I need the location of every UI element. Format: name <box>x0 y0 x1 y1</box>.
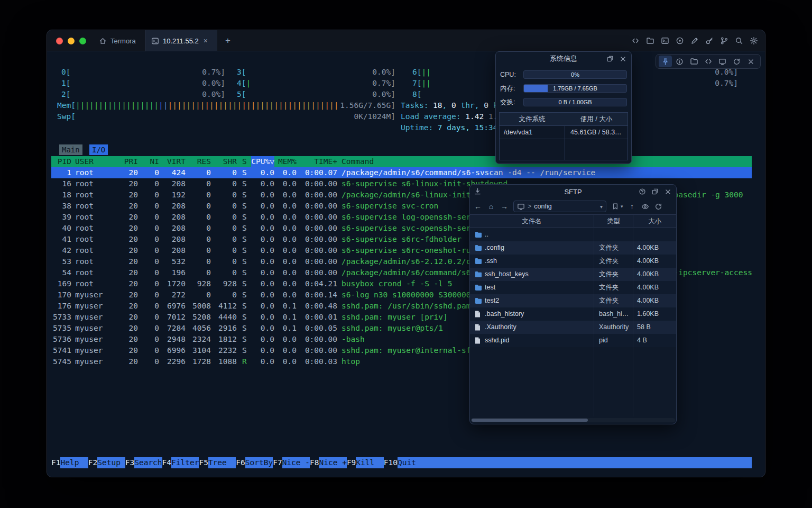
bookmark-caret-icon[interactable]: ▾ <box>621 204 623 209</box>
column-shr[interactable]: SHR <box>211 156 237 167</box>
open-in-window-icon[interactable] <box>651 188 659 195</box>
column-type[interactable]: 类型 <box>594 215 633 228</box>
file-table-header[interactable]: 文件名 类型 大小 <box>470 214 676 228</box>
cell-ni: 0 <box>140 267 159 278</box>
file-row[interactable]: .config文件夹4.00KB <box>470 241 676 255</box>
fkey-f6[interactable]: F6 <box>236 457 245 468</box>
tab-ssh-session[interactable]: 10.211.55.2 × <box>145 30 217 51</box>
info-icon[interactable] <box>673 56 686 67</box>
file-row[interactable]: .ssh文件夹4.00KB <box>470 255 676 268</box>
htop-tab-io[interactable]: I/O <box>89 144 108 155</box>
htop-tab-main[interactable]: Main <box>59 144 82 155</box>
cell-cmd: sshd.pam: myuser@pts/1 <box>342 323 443 334</box>
minimize-window-button[interactable] <box>68 38 75 44</box>
column-s[interactable]: S <box>242 156 250 167</box>
code-icon[interactable] <box>702 56 715 67</box>
tab-home[interactable]: Termora <box>94 30 141 51</box>
column-res[interactable]: RES <box>186 156 211 167</box>
new-tab-button[interactable]: + <box>222 34 234 47</box>
function-key-bar[interactable]: F1Help F2Setup F3SearchF4FilterF5Tree F6… <box>51 457 752 468</box>
parent-dir-icon[interactable]: ↑ <box>628 202 636 211</box>
close-panel-icon[interactable] <box>619 55 627 63</box>
fkey-f9[interactable]: F9 <box>347 457 356 468</box>
edit-icon[interactable] <box>690 37 699 45</box>
show-hidden-icon[interactable] <box>641 203 650 211</box>
file-row[interactable]: .bash_historybash_hi…1.60KB <box>470 307 676 321</box>
record-icon[interactable] <box>676 37 684 45</box>
horizontal-scrollbar[interactable] <box>471 418 675 422</box>
fkey-label[interactable]: Filter <box>171 457 199 468</box>
file-size: 1.60KB <box>637 307 659 321</box>
fkey-label[interactable]: SortBy <box>245 457 273 468</box>
fkey-label[interactable]: Setup <box>97 457 125 468</box>
column-time[interactable]: TIME+ <box>297 156 337 167</box>
keymap-icon[interactable] <box>720 37 728 45</box>
fkey-f10[interactable]: F10 <box>384 457 398 468</box>
cell-ni: 0 <box>140 167 159 178</box>
file-row[interactable]: .XauthorityXauthority58 B <box>470 321 676 334</box>
download-icon[interactable] <box>474 187 482 195</box>
path-selector[interactable]: > config ▾ <box>513 201 606 212</box>
folder-icon[interactable] <box>687 56 700 67</box>
fkey-label[interactable]: Quit <box>398 457 425 468</box>
cell-res: 5008 <box>186 301 211 312</box>
column-pri[interactable]: PRI <box>119 156 138 167</box>
scrollbar-thumb[interactable] <box>472 419 588 422</box>
monitor-icon[interactable] <box>716 56 729 67</box>
dropdown-caret-icon[interactable]: ▾ <box>600 204 603 210</box>
fkey-f5[interactable]: F5 <box>199 457 208 468</box>
file-type: bash_hi… <box>599 307 629 321</box>
folder-icon[interactable] <box>646 37 654 45</box>
column-mem[interactable]: MEM% <box>273 156 297 167</box>
file-row[interactable]: test文件夹4.00KB <box>470 281 676 294</box>
file-size: 4 B <box>637 334 647 347</box>
column-ni[interactable]: NI <box>140 156 159 167</box>
fkey-label[interactable]: Tree <box>208 457 236 468</box>
process-table-header[interactable]: PIDUSERPRINIVIRTRESSHRSCPU%▽MEM%TIME+Com… <box>51 156 752 167</box>
close-icon[interactable] <box>744 56 758 67</box>
fkey-f4[interactable]: F4 <box>162 457 171 468</box>
file-row[interactable]: test2文件夹4.00KB <box>470 294 676 307</box>
fkey-label[interactable]: Kill <box>356 457 383 468</box>
pin-icon[interactable] <box>659 56 672 67</box>
file-row[interactable]: sshd.pidpid4 B <box>470 334 676 347</box>
forward-icon[interactable]: → <box>500 202 509 211</box>
code-icon[interactable] <box>631 37 640 45</box>
help-icon[interactable] <box>639 188 646 195</box>
fkey-label[interactable]: Nice - <box>282 457 310 468</box>
close-window-icon[interactable] <box>664 188 672 196</box>
home-icon[interactable]: ⌂ <box>487 202 495 211</box>
cell-cmd: busybox crond -f -S -l 5 <box>342 278 453 289</box>
search-icon[interactable] <box>735 37 743 45</box>
fkey-f2[interactable]: F2 <box>88 457 97 468</box>
fkey-label[interactable]: Search <box>134 457 162 468</box>
close-window-button[interactable] <box>56 38 63 44</box>
log-icon[interactable] <box>661 37 669 45</box>
settings-icon[interactable] <box>750 37 758 45</box>
column-pid[interactable]: PID <box>51 156 71 167</box>
column-user[interactable]: USER <box>75 156 117 167</box>
fkey-label[interactable]: Help <box>60 457 88 468</box>
column-size[interactable]: 大小 <box>633 215 676 228</box>
fkey-f3[interactable]: F3 <box>125 457 134 468</box>
fkey-f8[interactable]: F8 <box>310 457 319 468</box>
cell-cpu: 0.0 <box>251 189 274 201</box>
column-cpu[interactable]: CPU%▽ <box>251 156 274 167</box>
column-filename[interactable]: 文件名 <box>470 215 594 228</box>
process-row[interactable]: 1root20042400S0.00.00:00.07/package/admi… <box>51 167 752 178</box>
refresh-icon[interactable] <box>730 56 743 67</box>
fkey-f1[interactable]: F1 <box>51 457 60 468</box>
fkey-f7[interactable]: F7 <box>273 457 282 468</box>
cpu-meter-3: 3[0.0%] <box>237 67 395 78</box>
maximize-window-button[interactable] <box>79 38 86 44</box>
fkey-label[interactable]: Nice + <box>319 457 346 468</box>
open-in-window-icon[interactable] <box>606 55 614 62</box>
key-icon[interactable] <box>705 37 714 45</box>
back-icon[interactable]: ← <box>474 202 482 211</box>
close-tab-icon[interactable]: × <box>204 37 208 45</box>
file-row[interactable]: ssh_host_keys文件夹4.00KB <box>470 268 676 281</box>
refresh-icon[interactable] <box>654 203 663 211</box>
column-virt[interactable]: VIRT <box>160 156 186 167</box>
file-row[interactable]: .. <box>470 228 676 241</box>
bookmark-icon[interactable] <box>611 203 620 210</box>
